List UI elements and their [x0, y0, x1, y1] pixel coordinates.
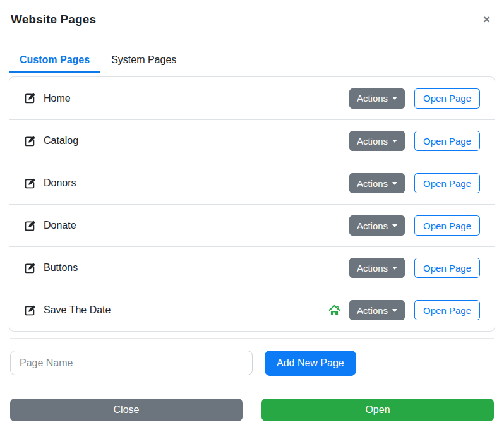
edit-icon[interactable] [24, 92, 36, 104]
page-row-donate: Donate Actions Open Page [9, 204, 495, 246]
actions-button[interactable]: Actions [349, 88, 405, 109]
caret-down-icon [392, 267, 397, 270]
close-icon[interactable]: × [481, 12, 493, 27]
open-page-button[interactable]: Open Page [414, 300, 480, 320]
page-title: Website Pages [11, 13, 96, 27]
open-page-button[interactable]: Open Page [414, 173, 480, 193]
pages-list: Home Actions Open Page [9, 76, 495, 332]
actions-button[interactable]: Actions [349, 131, 405, 151]
edit-icon[interactable] [24, 304, 36, 316]
edit-icon[interactable] [24, 135, 36, 147]
actions-label: Actions [357, 305, 388, 316]
page-name-input[interactable] [10, 351, 253, 375]
tabs: Custom Pages System Pages [9, 48, 495, 73]
actions-label: Actions [357, 263, 388, 274]
caret-down-icon [392, 97, 397, 100]
page-row-donors: Donors Actions Open Page [9, 162, 495, 204]
page-name: Catalog [44, 135, 78, 147]
actions-button[interactable]: Actions [349, 215, 405, 236]
page-row-buttons: Buttons Actions Open Page [9, 246, 495, 289]
open-button[interactable]: Open [261, 399, 494, 421]
edit-icon[interactable] [24, 220, 36, 232]
open-page-button[interactable]: Open Page [414, 131, 480, 151]
page-name: Buttons [44, 262, 78, 274]
tab-system-pages[interactable]: System Pages [100, 48, 187, 73]
page-name: Donors [44, 177, 76, 189]
caret-down-icon [392, 140, 397, 143]
page-name: Home [44, 93, 71, 104]
actions-label: Actions [357, 178, 388, 189]
actions-button[interactable]: Actions [349, 258, 405, 278]
edit-icon[interactable] [24, 177, 36, 189]
actions-label: Actions [357, 136, 388, 147]
tab-custom-pages[interactable]: Custom Pages [9, 48, 100, 73]
add-page-row: Add New Page [10, 351, 494, 376]
section-divider [10, 338, 494, 339]
close-button[interactable]: Close [10, 399, 243, 421]
caret-down-icon [392, 224, 397, 227]
open-page-button[interactable]: Open Page [414, 258, 480, 278]
page-row-home: Home Actions Open Page [9, 77, 495, 119]
actions-button[interactable]: Actions [349, 300, 405, 320]
caret-down-icon [392, 182, 397, 185]
open-page-button[interactable]: Open Page [414, 88, 480, 109]
page-row-catalog: Catalog Actions Open Page [9, 119, 495, 162]
page-row-save-the-date: Save The Date Actions Open Page [9, 289, 495, 331]
actions-label: Actions [357, 220, 388, 231]
add-new-page-button[interactable]: Add New Page [265, 351, 356, 376]
home-icon [328, 304, 341, 317]
edit-icon[interactable] [24, 262, 36, 274]
open-page-button[interactable]: Open Page [414, 215, 480, 236]
page-name: Donate [44, 220, 76, 231]
modal-footer: Close Open [10, 399, 494, 421]
website-pages-modal: Website Pages × Custom Pages System Page… [0, 0, 504, 439]
actions-button[interactable]: Actions [349, 173, 405, 193]
page-name: Save The Date [44, 304, 111, 316]
modal-header: Website Pages × [0, 0, 504, 39]
caret-down-icon [392, 309, 397, 312]
actions-label: Actions [357, 93, 388, 104]
